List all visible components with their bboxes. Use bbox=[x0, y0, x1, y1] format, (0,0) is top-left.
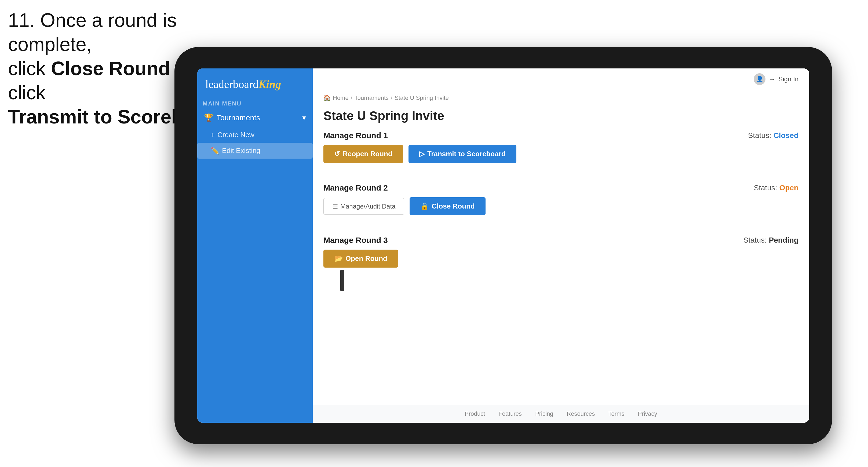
round2-status-value: Open bbox=[779, 184, 799, 192]
manage-label: Manage/Audit Data bbox=[340, 203, 395, 210]
breadcrumb-home[interactable]: Home bbox=[333, 94, 349, 101]
round3-actions: 📂 Open Round bbox=[323, 250, 799, 268]
create-new-label: Create New bbox=[217, 131, 254, 139]
reopen-round-button[interactable]: ↺ Reopen Round bbox=[323, 145, 403, 163]
round1-header: Manage Round 1 Status: Closed bbox=[323, 131, 799, 140]
sidebar-edit-existing[interactable]: ✏️ Edit Existing bbox=[197, 143, 313, 159]
footer-product[interactable]: Product bbox=[465, 410, 485, 417]
transmit-label: Transmit to Scoreboard bbox=[427, 150, 506, 158]
chevron-down-icon: ▾ bbox=[302, 113, 306, 122]
tablet-screen: leaderboardKing MAIN MENU 🏆 Tournaments … bbox=[197, 68, 809, 423]
sign-in-area[interactable]: 👤 → Sign In bbox=[754, 73, 799, 85]
transmit-to-scoreboard-button[interactable]: ▷ Transmit to Scoreboard bbox=[408, 145, 517, 163]
trophy-icon: 🏆 bbox=[204, 113, 213, 122]
footer-terms[interactable]: Terms bbox=[609, 410, 625, 417]
round2-label: Manage Round 2 bbox=[323, 183, 388, 192]
round2-actions: ☰ Manage/Audit Data 🔒 Close Round bbox=[323, 197, 799, 215]
instruction-line1: 11. Once a round is complete, bbox=[8, 9, 177, 55]
manage-audit-button[interactable]: ☰ Manage/Audit Data bbox=[323, 198, 404, 215]
footer-resources[interactable]: Resources bbox=[566, 410, 595, 417]
sidebar-create-new[interactable]: + Create New bbox=[197, 127, 313, 143]
transmit-icon: ▷ bbox=[419, 150, 425, 158]
round2-header: Manage Round 2 Status: Open bbox=[323, 183, 799, 192]
home-icon: 🏠 bbox=[323, 94, 331, 101]
round3-section: Manage Round 3 Status: Pending 📂 Open Ro… bbox=[323, 236, 799, 273]
round3-status-value: Pending bbox=[769, 236, 799, 244]
open-round-label: Open Round bbox=[345, 254, 387, 263]
tablet-side-button bbox=[340, 270, 344, 291]
breadcrumb-sep2: / bbox=[391, 94, 393, 101]
plus-icon: + bbox=[211, 131, 215, 139]
footer: Product Features Pricing Resources Terms… bbox=[313, 405, 809, 423]
open-round-button[interactable]: 📂 Open Round bbox=[323, 250, 398, 268]
breadcrumb-tournaments[interactable]: Tournaments bbox=[354, 94, 389, 101]
open-icon: 📂 bbox=[334, 254, 343, 263]
app-logo: leaderboardKing bbox=[205, 78, 305, 91]
edit-icon: ✏️ bbox=[211, 147, 219, 155]
page-content: State U Spring Invite Manage Round 1 Sta… bbox=[313, 103, 809, 405]
divider1 bbox=[323, 178, 799, 178]
sidebar: leaderboardKing MAIN MENU 🏆 Tournaments … bbox=[197, 68, 313, 423]
page-title: State U Spring Invite bbox=[323, 108, 799, 123]
reopen-round-label: Reopen Round bbox=[343, 150, 393, 158]
close-round-bold: Close Round bbox=[51, 58, 170, 79]
footer-privacy[interactable]: Privacy bbox=[638, 410, 657, 417]
round3-status-label: Status: bbox=[743, 236, 767, 244]
top-bar: 👤 → Sign In bbox=[313, 68, 809, 90]
sidebar-item-tournaments[interactable]: 🏆 Tournaments ▾ bbox=[197, 108, 313, 127]
main-content: 👤 → Sign In 🏠 Home / Tournaments / State… bbox=[313, 68, 809, 423]
lock-icon: 🔒 bbox=[420, 202, 429, 210]
app-layout: leaderboardKing MAIN MENU 🏆 Tournaments … bbox=[197, 68, 809, 423]
reopen-icon: ↺ bbox=[334, 150, 340, 158]
tablet-device: leaderboardKing MAIN MENU 🏆 Tournaments … bbox=[175, 47, 832, 444]
round1-actions: ↺ Reopen Round ▷ Transmit to Scoreboard bbox=[323, 145, 799, 163]
footer-features[interactable]: Features bbox=[498, 410, 522, 417]
round1-status-value: Closed bbox=[774, 131, 799, 139]
breadcrumb-sep1: / bbox=[351, 94, 352, 101]
breadcrumb-current: State U Spring Invite bbox=[395, 94, 449, 101]
round2-status-label: Status: bbox=[754, 184, 777, 192]
close-round-label: Close Round bbox=[432, 202, 474, 210]
round2-status: Status: Open bbox=[754, 184, 799, 192]
close-round-button[interactable]: 🔒 Close Round bbox=[410, 197, 485, 215]
manage-icon: ☰ bbox=[332, 203, 338, 210]
round1-status-label: Status: bbox=[748, 131, 771, 139]
tournaments-label: Tournaments bbox=[217, 114, 260, 122]
edit-existing-label: Edit Existing bbox=[222, 147, 260, 155]
logo-area: leaderboardKing bbox=[197, 68, 313, 97]
sign-in-label: Sign In bbox=[778, 75, 799, 83]
round2-section: Manage Round 2 Status: Open ☰ Manage/Aud… bbox=[323, 183, 799, 221]
main-menu-label: MAIN MENU bbox=[197, 97, 313, 108]
round1-status: Status: Closed bbox=[748, 131, 799, 140]
avatar-icon: 👤 bbox=[754, 73, 766, 85]
sign-in-arrow: → bbox=[769, 75, 775, 83]
footer-pricing[interactable]: Pricing bbox=[535, 410, 553, 417]
round3-status: Status: Pending bbox=[743, 236, 799, 245]
breadcrumb: 🏠 Home / Tournaments / State U Spring In… bbox=[313, 90, 809, 103]
round1-section: Manage Round 1 Status: Closed ↺ Reopen R… bbox=[323, 131, 799, 168]
round3-header: Manage Round 3 Status: Pending bbox=[323, 236, 799, 245]
logo-king: King bbox=[258, 78, 281, 90]
round1-label: Manage Round 1 bbox=[323, 131, 388, 140]
round3-label: Manage Round 3 bbox=[323, 236, 388, 245]
